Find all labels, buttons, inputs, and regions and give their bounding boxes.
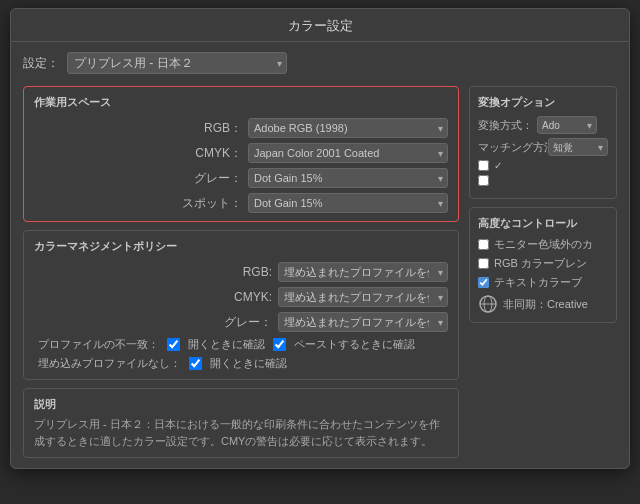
rgb-select-wrapper: Adobe RGB (1998) [248, 118, 448, 138]
profile-mismatch-row: プロファイルの不一致： 開くときに確認 ペーストするときに確認 [34, 337, 448, 352]
matching-method-row: マッチング方法： 知覚 [478, 138, 608, 156]
advanced-option2-checkbox[interactable] [478, 258, 489, 269]
matching-method-select[interactable]: 知覚 [548, 138, 608, 156]
embed-open-checkbox[interactable] [189, 357, 202, 370]
gray-row: グレー： Dot Gain 15% [34, 168, 448, 188]
settings-label: 設定： [23, 55, 59, 72]
cmyk-row: CMYK： Japan Color 2001 Coated [34, 143, 448, 163]
policy-rgb-row: RGB: 埋め込まれたプロファイルを保持 [34, 262, 448, 282]
policy-gray-label: グレー： [220, 314, 272, 331]
rgb-label: RGB： [190, 120, 242, 137]
advanced-option3-checkbox[interactable] [478, 277, 489, 288]
spot-select[interactable]: Dot Gain 15% [248, 193, 448, 213]
description-title: 説明 [34, 397, 448, 412]
policy-cmyk-label: CMYK: [220, 290, 272, 304]
globe-icon [478, 294, 498, 314]
matching-method-label: マッチング方法： [478, 140, 544, 155]
conversion-checkbox1-row: ✓ [478, 160, 608, 171]
advanced-option1-row: モニター色域外のカ [478, 237, 608, 252]
cmyk-select[interactable]: Japan Color 2001 Coated [248, 143, 448, 163]
matching-method-select-wrapper: 知覚 [548, 138, 608, 156]
embed-row: 埋め込みプロファイルなし： 開くときに確認 [34, 356, 448, 371]
working-spaces-title: 作業用スペース [34, 95, 448, 110]
spot-row: スポット： Dot Gain 15% [34, 193, 448, 213]
advanced-option2-label: RGB カラーブレン [494, 256, 587, 271]
rgb-select[interactable]: Adobe RGB (1998) [248, 118, 448, 138]
advanced-option3-row: テキストカラーブ [478, 275, 608, 290]
main-content: 作業用スペース RGB： Adobe RGB (1998) CMYK： [23, 86, 617, 458]
policy-rgb-label: RGB: [220, 265, 272, 279]
mismatch-open-label: 開くときに確認 [188, 337, 265, 352]
async-label: 非同期：Creative [503, 297, 588, 312]
gray-select[interactable]: Dot Gain 15% [248, 168, 448, 188]
policy-cmyk-select-wrapper: 埋め込まれたプロファイルを保持 [278, 287, 448, 307]
settings-select-wrapper: プリプレス用 - 日本２ [67, 52, 287, 74]
advanced-option1-label: モニター色域外のカ [494, 237, 593, 252]
policy-gray-select[interactable]: 埋め込まれたプロファイルを保持 [278, 312, 448, 332]
left-panel: 作業用スペース RGB： Adobe RGB (1998) CMYK： [23, 86, 459, 458]
mismatch-label: プロファイルの不一致： [38, 337, 159, 352]
mismatch-paste-label: ペーストするときに確認 [294, 337, 415, 352]
dialog-title: カラー設定 [11, 9, 629, 42]
spot-select-wrapper: Dot Gain 15% [248, 193, 448, 213]
async-row: 非同期：Creative [478, 294, 608, 314]
color-management-section: カラーマネジメントポリシー RGB: 埋め込まれたプロファイルを保持 CMYK: [23, 230, 459, 380]
conversion-checkbox1[interactable] [478, 160, 489, 171]
conversion-method-select-wrapper: Ado [537, 116, 597, 134]
conversion-checkbox1-label: ✓ [494, 160, 502, 171]
policy-gray-row: グレー： 埋め込まれたプロファイルを保持 [34, 312, 448, 332]
color-settings-dialog: カラー設定 設定： プリプレス用 - 日本２ 作業用スペース RGB： [10, 8, 630, 469]
conversion-method-select[interactable]: Ado [537, 116, 597, 134]
policy-cmyk-select[interactable]: 埋め込まれたプロファイルを保持 [278, 287, 448, 307]
gray-select-wrapper: Dot Gain 15% [248, 168, 448, 188]
conversion-checkbox2-row [478, 175, 608, 186]
advanced-option1-checkbox[interactable] [478, 239, 489, 250]
advanced-option2-row: RGB カラーブレン [478, 256, 608, 271]
conversion-options-section: 変換オプション 変換方式： Ado マッチング方法： [469, 86, 617, 199]
conversion-checkbox2[interactable] [478, 175, 489, 186]
policy-rgb-select-wrapper: 埋め込まれたプロファイルを保持 [278, 262, 448, 282]
right-panel: 変換オプション 変換方式： Ado マッチング方法： [469, 86, 617, 458]
color-management-title: カラーマネジメントポリシー [34, 239, 448, 254]
cmyk-label: CMYK： [190, 145, 242, 162]
conversion-method-label: 変換方式： [478, 118, 533, 133]
mismatch-open-checkbox[interactable] [167, 338, 180, 351]
embed-open-label: 開くときに確認 [210, 356, 287, 371]
spot-label: スポット： [182, 195, 242, 212]
settings-row: 設定： プリプレス用 - 日本２ [23, 52, 617, 74]
cmyk-select-wrapper: Japan Color 2001 Coated [248, 143, 448, 163]
working-spaces-section: 作業用スペース RGB： Adobe RGB (1998) CMYK： [23, 86, 459, 222]
embed-label: 埋め込みプロファイルなし： [38, 356, 181, 371]
policy-cmyk-row: CMYK: 埋め込まれたプロファイルを保持 [34, 287, 448, 307]
conversion-options-title: 変換オプション [478, 95, 608, 110]
policy-rgb-select[interactable]: 埋め込まれたプロファイルを保持 [278, 262, 448, 282]
advanced-controls-title: 高度なコントロール [478, 216, 608, 231]
gray-label: グレー： [190, 170, 242, 187]
mismatch-paste-checkbox[interactable] [273, 338, 286, 351]
description-section: 説明 プリプレス用 - 日本２：日本における一般的な印刷条件に合わせたコンテンツ… [23, 388, 459, 458]
advanced-controls-section: 高度なコントロール モニター色域外のカ RGB カラーブレン テキストカラーブ [469, 207, 617, 323]
rgb-row: RGB： Adobe RGB (1998) [34, 118, 448, 138]
settings-select[interactable]: プリプレス用 - 日本２ [67, 52, 287, 74]
conversion-method-row: 変換方式： Ado [478, 116, 608, 134]
description-text: プリプレス用 - 日本２：日本における一般的な印刷条件に合わせたコンテンツを作成… [34, 416, 448, 449]
advanced-option3-label: テキストカラーブ [494, 275, 582, 290]
policy-gray-select-wrapper: 埋め込まれたプロファイルを保持 [278, 312, 448, 332]
